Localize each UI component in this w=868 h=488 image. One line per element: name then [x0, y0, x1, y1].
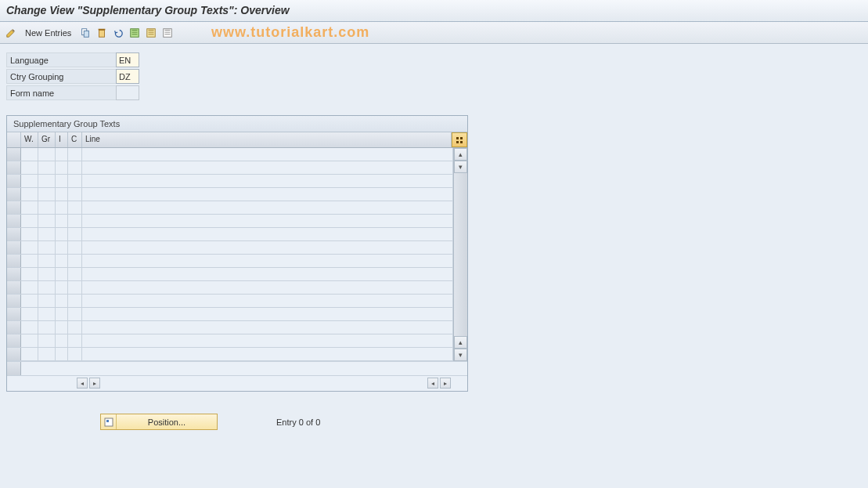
cell-line[interactable] — [82, 241, 453, 254]
cell-c[interactable] — [68, 148, 82, 161]
table-row[interactable] — [7, 255, 453, 268]
cell-gr[interactable] — [38, 201, 56, 214]
cell-c[interactable] — [68, 308, 82, 320]
grid-header-i[interactable]: I — [56, 132, 68, 147]
cell-gr[interactable] — [38, 148, 56, 161]
row-selector[interactable] — [7, 362, 21, 375]
cell-line[interactable] — [82, 255, 453, 267]
cell-w[interactable] — [21, 175, 38, 187]
table-row[interactable] — [7, 228, 453, 241]
select-all-icon[interactable] — [128, 26, 142, 40]
table-row[interactable] — [7, 281, 453, 295]
deselect-all-icon[interactable] — [160, 26, 175, 40]
cell-gr[interactable] — [38, 215, 56, 227]
cell-line[interactable] — [82, 228, 453, 240]
grid-vertical-scrollbar[interactable]: ▴ ▾ ▴ ▾ — [453, 148, 467, 361]
undo-icon[interactable] — [111, 26, 125, 40]
cell-c[interactable] — [68, 268, 82, 280]
row-selector[interactable] — [7, 175, 21, 187]
change-icon[interactable] — [4, 26, 18, 40]
cell-w[interactable] — [21, 348, 38, 360]
cell-gr[interactable] — [38, 241, 56, 254]
cell-w[interactable] — [21, 188, 38, 201]
row-selector[interactable] — [7, 268, 21, 280]
cell-c[interactable] — [68, 161, 82, 174]
cell-i[interactable] — [56, 148, 68, 161]
cell-w[interactable] — [21, 201, 38, 214]
cell-i[interactable] — [56, 228, 68, 240]
cell-w[interactable] — [21, 321, 38, 334]
cell-w[interactable] — [21, 228, 38, 240]
table-row[interactable] — [7, 215, 453, 228]
row-selector[interactable] — [7, 241, 21, 254]
grid-header-w[interactable]: W. — [21, 132, 38, 147]
row-selector[interactable] — [7, 148, 21, 161]
cell-w[interactable] — [21, 268, 38, 280]
cell-c[interactable] — [68, 188, 82, 201]
scroll-down-bottom-icon[interactable]: ▾ — [454, 349, 467, 361]
cell-w[interactable] — [21, 215, 38, 227]
cell-line[interactable] — [82, 268, 453, 280]
cell-c[interactable] — [68, 215, 82, 227]
cell-line[interactable] — [82, 175, 453, 187]
table-row[interactable] — [7, 308, 453, 321]
row-selector[interactable] — [7, 321, 21, 334]
cell-gr[interactable] — [38, 255, 56, 267]
cell-w[interactable] — [21, 148, 38, 161]
language-field[interactable]: EN — [116, 52, 139, 67]
table-row[interactable] — [7, 334, 453, 348]
cell-i[interactable] — [56, 268, 68, 280]
cell-i[interactable] — [56, 241, 68, 254]
cell-i[interactable] — [56, 188, 68, 201]
cell-i[interactable] — [56, 281, 68, 294]
scroll-track[interactable] — [454, 173, 467, 336]
cell-i[interactable] — [56, 321, 68, 334]
cell-c[interactable] — [68, 241, 82, 254]
cell-gr[interactable] — [38, 161, 56, 174]
cell-c[interactable] — [68, 295, 82, 307]
table-row[interactable] — [7, 321, 453, 334]
cell-c[interactable] — [68, 334, 82, 347]
cell-line[interactable] — [82, 201, 453, 214]
cell-i[interactable] — [56, 348, 68, 360]
cell-gr[interactable] — [38, 268, 56, 280]
row-selector[interactable] — [7, 215, 21, 227]
row-selector[interactable] — [7, 308, 21, 320]
grid-config-icon[interactable] — [452, 132, 467, 147]
cell-i[interactable] — [56, 308, 68, 320]
row-selector[interactable] — [7, 161, 21, 174]
new-entries-button[interactable]: New Entries — [20, 25, 76, 41]
cell-i[interactable] — [56, 295, 68, 307]
row-selector[interactable] — [7, 201, 21, 214]
cell-line[interactable] — [82, 295, 453, 307]
cell-line[interactable] — [82, 334, 453, 347]
table-row[interactable] — [7, 201, 453, 215]
cell-c[interactable] — [68, 201, 82, 214]
hscroll-right-icon[interactable]: ▸ — [89, 378, 100, 389]
hscroll-left-icon[interactable]: ◂ — [77, 378, 88, 389]
scroll-down-icon[interactable]: ▾ — [454, 161, 467, 173]
cell-w[interactable] — [21, 308, 38, 320]
cell-w[interactable] — [21, 161, 38, 174]
hscroll-left-end-icon[interactable]: ◂ — [427, 378, 438, 389]
cell-line[interactable] — [82, 281, 453, 294]
table-row[interactable] — [7, 148, 453, 161]
ctry-grouping-field[interactable]: DZ — [116, 69, 139, 84]
cell-gr[interactable] — [38, 281, 56, 294]
cell-line[interactable] — [82, 308, 453, 320]
cell-line[interactable] — [82, 161, 453, 174]
cell-i[interactable] — [56, 255, 68, 267]
row-selector[interactable] — [7, 255, 21, 267]
grid-header-selector[interactable] — [7, 132, 21, 147]
row-selector[interactable] — [7, 295, 21, 307]
cell-line[interactable] — [82, 348, 453, 360]
cell-line[interactable] — [82, 148, 453, 161]
cell-w[interactable] — [21, 295, 38, 307]
grid-horizontal-scrollbar[interactable]: ◂ ▸ ◂ ▸ — [7, 375, 467, 391]
cell-w[interactable] — [21, 241, 38, 254]
row-selector[interactable] — [7, 334, 21, 347]
cell-gr[interactable] — [38, 228, 56, 240]
table-row[interactable] — [7, 268, 453, 281]
cell-c[interactable] — [68, 228, 82, 240]
cell-i[interactable] — [56, 175, 68, 187]
